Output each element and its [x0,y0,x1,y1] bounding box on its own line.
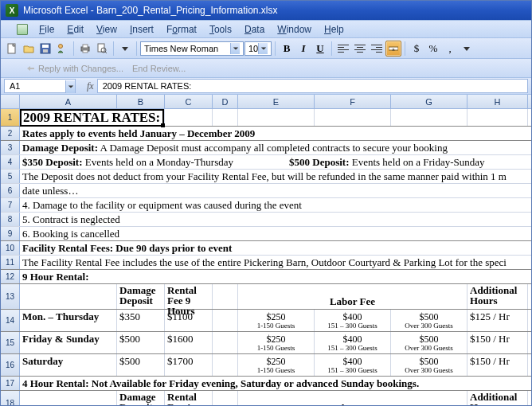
cell-row5[interactable]: The Deposit does not deduct from your Fa… [20,170,528,183]
row-header-15[interactable]: 15 [1,332,20,353]
menu-file[interactable]: File [33,21,61,37]
col-header-a[interactable]: A [20,95,117,108]
cell-row8[interactable]: 5. Contract is neglected [20,213,528,226]
cell-a13[interactable] [20,284,117,309]
row-header-17[interactable]: 17 [1,377,20,390]
cell-mon-g[interactable]: $500Over 300 Guests [391,310,467,331]
italic-button[interactable]: I [295,41,311,57]
hdr4-addl[interactable]: Additional Hours [467,391,528,406]
cell-fri-g[interactable]: $500Over 300 Guests [391,332,467,353]
cell-mon-addl[interactable]: $125 / Hr [467,310,528,331]
underline-button[interactable]: U [312,41,328,57]
col-header-b[interactable]: B [117,95,165,108]
cell-row4[interactable]: $350 Deposit: Events held on a Monday-Th… [20,155,528,169]
comma-button[interactable]: , [442,41,458,57]
hdr-deposit[interactable]: Damage Deposit [117,284,165,309]
fx-icon[interactable]: fx [87,80,94,92]
cell-fri-fee[interactable]: $1600 [165,332,213,353]
col-header-d[interactable]: D [213,95,238,108]
menu-format[interactable]: Format [160,21,203,37]
align-left-button[interactable] [335,41,351,57]
cell-fri-label[interactable]: Friday & Sunday [20,332,117,353]
hdr4-fee[interactable]: Rental Fee 4 Hours [165,391,213,406]
row-header-13[interactable]: 13 [1,284,20,309]
cell-row9[interactable]: 6. Booking is cancelled [20,227,528,240]
row-header-8[interactable]: 8 [1,213,20,226]
row-header-3[interactable]: 3 [1,141,20,154]
hdr4-labor[interactable]: Labor Fee [238,391,467,406]
cell-mon-f[interactable]: $400151 – 300 Guests [315,310,391,331]
select-all-corner[interactable] [1,95,20,108]
row-header-16[interactable]: 16 [1,354,20,376]
open-button[interactable] [21,41,37,57]
hdr-labor[interactable]: Labor Fee [238,284,467,309]
col-header-e[interactable]: E [238,95,315,108]
print-preview-button[interactable] [94,41,110,57]
col-header-f[interactable]: F [315,95,391,108]
cell-sat-dep[interactable]: $500 [117,354,165,376]
menu-edit[interactable]: Edit [61,21,90,37]
align-right-button[interactable] [369,41,385,57]
hdr-fee[interactable]: Rental Fee 9 Hours [165,284,213,309]
cell-row12[interactable]: 9 Hour Rental: [20,270,528,283]
cell-row17[interactable]: 4 Hour Rental: Not Available for Friday … [20,377,528,390]
cell-sat-e[interactable]: $2501-150 Guests [238,354,315,376]
row-header-11[interactable]: 11 [1,256,20,269]
col-header-h[interactable]: H [467,95,528,108]
cell-row3[interactable]: Damage Deposit: A Damage Deposit must ac… [20,141,528,154]
percent-button[interactable]: % [425,41,441,57]
menu-tools[interactable]: Tools [203,21,238,37]
cell-row2[interactable]: Rates apply to events held January – Dec… [20,127,528,140]
hdr-addl[interactable]: Additional Hours [467,284,528,309]
worksheet-menu-icon[interactable] [17,24,28,35]
row-header-14[interactable]: 14 [1,310,20,331]
cell-sat-fee[interactable]: $1700 [165,354,213,376]
hdr4-deposit[interactable]: Damage Deposit [117,391,165,406]
cell-sat-f[interactable]: $400151 – 300 Guests [315,354,391,376]
toolbar-options-1[interactable] [117,41,133,57]
cell-mon-label[interactable]: Mon. – Thursday [20,310,117,331]
menu-window[interactable]: Window [271,21,318,37]
new-button[interactable] [4,41,20,57]
cell-fri-e[interactable]: $2501-150 Guests [238,332,315,353]
name-box[interactable]: A1 [4,79,76,93]
menu-insert[interactable]: Insert [123,21,160,37]
cell-fri-addl[interactable]: $150 / Hr [467,332,528,353]
col-header-c[interactable]: C [165,95,213,108]
row-header-7[interactable]: 7 [1,198,20,212]
chevron-down-icon[interactable] [258,43,268,54]
cell-row11[interactable]: The Facility Rental Fee includes the use… [20,256,528,269]
cell-sat-label[interactable]: Saturday [20,354,117,376]
formula-bar[interactable]: 2009 RENTAL RATES: [97,79,528,93]
align-center-button[interactable] [352,41,368,57]
print-button[interactable] [77,41,93,57]
row-header-4[interactable]: 4 [1,155,20,169]
font-size-select[interactable]: 10 [244,41,272,56]
row-header-18[interactable]: 18 [1,391,20,406]
cell-mon-e[interactable]: $2501-150 Guests [238,310,315,331]
cell-sat-addl[interactable]: $150 / Hr [467,354,528,376]
cell-fri-f[interactable]: $400151 – 300 Guests [315,332,391,353]
row-header-2[interactable]: 2 [1,127,20,140]
cell-row6[interactable]: date unless… [20,184,528,197]
merge-center-button[interactable]: a [385,41,401,57]
cell-mon-fee[interactable]: $1100 [165,310,213,331]
permission-button[interactable] [54,41,70,57]
spreadsheet-grid[interactable]: A B C D E F G H 1 2009 RENTAL RATES: 2 R… [1,95,531,406]
row-header-12[interactable]: 12 [1,270,20,283]
cell-row7[interactable]: 4. Damage to the facility or equipment w… [20,198,528,212]
col-header-g[interactable]: G [391,95,467,108]
row-header-6[interactable]: 6 [1,184,20,197]
chevron-down-icon[interactable] [65,80,75,93]
row-header-5[interactable]: 5 [1,170,20,183]
menu-data[interactable]: Data [238,21,271,37]
row-header-1[interactable]: 1 [1,109,20,126]
currency-button[interactable]: $ [409,41,424,57]
font-select[interactable]: Times New Roman [140,41,244,56]
save-button[interactable] [37,41,53,57]
menu-help[interactable]: Help [318,21,350,37]
cell-fri-dep[interactable]: $500 [117,332,165,353]
menu-view[interactable]: View [90,21,123,37]
row-header-10[interactable]: 10 [1,241,20,255]
bold-button[interactable]: B [279,41,295,57]
